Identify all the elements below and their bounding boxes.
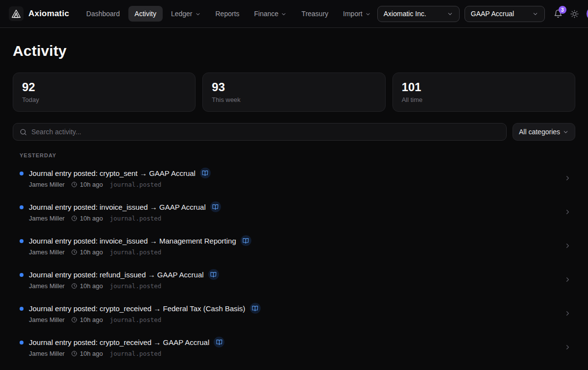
activity-event-code: journal.posted [110,316,161,323]
chevron-right-icon [564,174,571,182]
stat-label: Today [22,96,186,103]
accounting-basis-select[interactable]: GAAP Accrual [465,6,545,22]
clock-icon [71,249,77,255]
nav-item-import[interactable]: Import [337,6,377,22]
activity-row[interactable]: Journal entry posted: invoice_issued → G… [13,201,575,222]
search-box [13,123,507,141]
nav-right: 3 JM James [554,7,588,21]
entity-select[interactable]: Axiomatic Inc. [377,6,460,22]
nav-item-dashboard[interactable]: Dashboard [80,6,126,22]
stat-value: 93 [212,80,376,94]
stat-card-all-time: 101 All time [392,73,575,112]
activity-dot-icon [20,172,24,175]
chevron-down-icon [563,129,569,135]
theme-toggle-button[interactable] [570,10,579,18]
stat-value: 101 [402,80,566,94]
activity-row[interactable]: Journal entry posted: invoice_issued → M… [13,235,575,256]
stats-row: 92 Today 93 This week 101 All time [13,73,575,112]
nav-item-activity[interactable]: Activity [128,6,163,22]
activity-meta: James Miller 10h ago journal.posted [29,316,558,323]
stat-value: 92 [22,80,186,94]
stat-label: All time [402,96,566,103]
activity-body: Journal entry posted: crypto_received → … [29,303,558,323]
journal-book-icon [214,337,224,347]
activity-body: Journal entry posted: crypto_sent → GAAP… [29,168,558,188]
nav-item-finance[interactable]: Finance [248,6,294,22]
brand[interactable]: Axiomatic [9,6,69,21]
search-input[interactable] [31,128,500,136]
main-content: Activity 92 Today 93 This week 101 All t… [0,28,588,370]
clock-icon [71,350,77,357]
activity-body: Journal entry posted: refund_issued → GA… [29,269,558,290]
activity-list: Journal entry posted: crypto_sent → GAAP… [13,168,575,370]
activity-body: Journal entry posted: invoice_issued → M… [29,235,558,256]
activity-user: James Miller [29,350,65,357]
activity-title: Journal entry posted: crypto_received → … [29,304,245,313]
journal-book-icon [210,201,221,212]
chevron-down-icon [195,11,201,17]
activity-row[interactable]: Journal entry posted: crypto_sent → GAAP… [13,168,575,188]
chevron-right-icon [564,276,571,283]
chevron-down-icon [365,11,371,17]
brand-name: Axiomatic [28,9,69,19]
filter-row: All categories [13,123,575,141]
chevron-down-icon [447,11,453,17]
clock-icon [71,181,77,188]
activity-time: 10h ago [71,350,103,357]
stat-label: This week [212,96,376,103]
activity-dot-icon [20,341,24,345]
nav-item-treasury[interactable]: Treasury [295,6,335,22]
date-group-label: YESTERDAY [20,152,575,158]
chevron-right-icon [564,242,571,249]
activity-body: Journal entry posted: invoice_issued → G… [29,201,558,222]
activity-user: James Miller [29,181,65,188]
activity-time: 10h ago [71,215,103,222]
chevron-right-icon [564,208,571,216]
activity-dot-icon [20,273,24,277]
activity-user: James Miller [29,248,65,256]
activity-user: James Miller [29,316,65,323]
chevron-down-icon [281,11,287,17]
chevron-right-icon [564,344,571,351]
activity-event-code: journal.posted [110,215,161,222]
activity-dot-icon [20,307,24,311]
notification-badge: 3 [559,6,566,14]
journal-book-icon [250,303,261,314]
activity-title: Journal entry posted: crypto_sent → GAAP… [29,169,196,177]
primary-nav: Dashboard Activity Ledger Reports Financ… [80,6,377,22]
journal-book-icon [241,235,251,246]
activity-row[interactable]: Journal entry posted: crypto_received → … [13,303,575,323]
activity-event-code: journal.posted [110,350,161,357]
clock-icon [71,317,77,323]
stat-card-today: 92 Today [13,73,196,112]
sun-icon [570,10,579,18]
activity-dot-icon [20,239,24,243]
activity-row[interactable]: Journal entry posted: crypto_received → … [13,337,575,357]
activity-event-code: journal.posted [110,282,161,290]
clock-icon [71,283,77,289]
activity-event-code: journal.posted [110,181,161,188]
axiomatic-logo-icon [9,6,24,21]
activity-time: 10h ago [71,248,103,256]
clock-icon [71,215,77,222]
activity-time: 10h ago [71,316,103,323]
activity-meta: James Miller 10h ago journal.posted [29,181,558,188]
journal-book-icon [200,168,211,178]
activity-title: Journal entry posted: invoice_issued → G… [29,203,206,211]
header-selects: Axiomatic Inc. GAAP Accrual [377,6,545,22]
notifications-button[interactable]: 3 [554,9,563,18]
category-filter-select[interactable]: All categories [513,123,575,141]
activity-meta: James Miller 10h ago journal.posted [29,215,558,222]
top-nav: Axiomatic Dashboard Activity Ledger Repo… [0,0,588,28]
activity-time: 10h ago [71,181,103,188]
activity-row[interactable]: Journal entry posted: refund_issued → GA… [13,269,575,290]
stat-card-this-week: 93 This week [202,73,385,112]
activity-time: 10h ago [71,282,103,290]
activity-title: Journal entry posted: refund_issued → GA… [29,271,204,279]
activity-event-code: journal.posted [110,248,161,256]
nav-item-ledger[interactable]: Ledger [165,6,207,22]
activity-dot-icon [20,205,24,209]
nav-item-reports[interactable]: Reports [209,6,246,22]
search-icon [20,128,27,136]
activity-title: Journal entry posted: crypto_received → … [29,338,209,346]
